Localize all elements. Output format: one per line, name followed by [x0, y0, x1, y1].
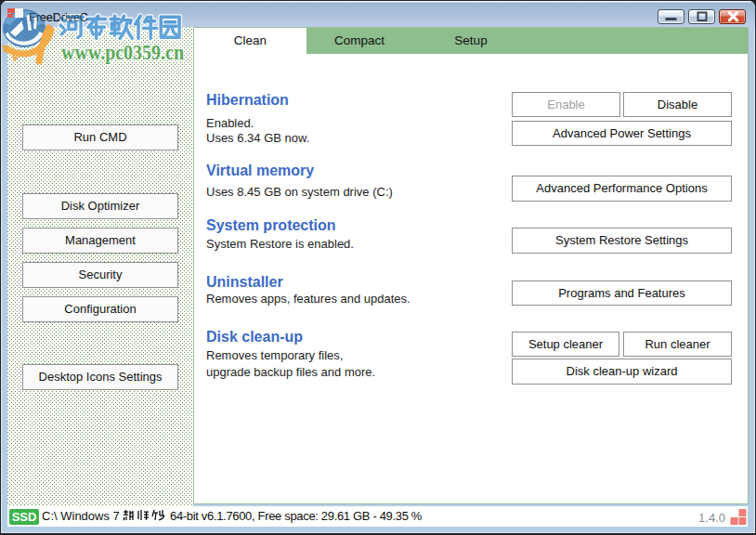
- svg-text:www.pc0359.cn: www.pc0359.cn: [61, 41, 184, 64]
